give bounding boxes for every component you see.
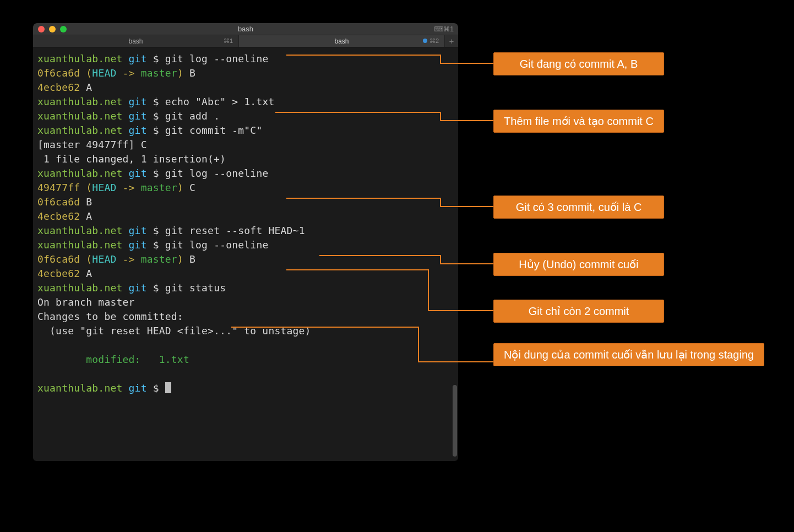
terminal-line: 0f6ca6d (HEAD -> master) B — [35, 66, 455, 80]
terminal-line: xuanthulab.net git $ git commit -m"C" — [35, 123, 455, 138]
window-shortcut-hint: ⌨⌘1 — [434, 25, 454, 33]
minimize-icon[interactable] — [49, 26, 56, 32]
terminal-line: 49477ff (HEAD -> master) C — [35, 181, 455, 195]
terminal-line: 0f6ca6d (HEAD -> master) B — [35, 252, 455, 267]
scrollbar[interactable] — [453, 52, 457, 457]
callout-4: Hủy (Undo) commit cuối — [493, 253, 664, 276]
terminal-line — [35, 367, 455, 381]
terminal-line: xuanthulab.net git $ git reset --soft HE… — [35, 224, 455, 238]
terminal-line: xuanthulab.net git $ git status — [35, 281, 455, 295]
terminal-line: xuanthulab.net git $ git add . — [35, 109, 455, 123]
terminal-body[interactable]: xuanthulab.net git $ git log --oneline0f… — [33, 47, 458, 461]
terminal-line: (use "git reset HEAD <file>..." to unsta… — [35, 324, 455, 338]
terminal-line: 1 file changed, 1 insertion(+) — [35, 152, 455, 166]
terminal-line: xuanthulab.net git $ — [35, 381, 455, 395]
callout-2: Thêm file mới và tạo commit C — [493, 110, 664, 133]
maximize-icon[interactable] — [60, 26, 67, 32]
terminal-line: xuanthulab.net git $ echo "Abc" > 1.txt — [35, 95, 455, 109]
callout-3: Git có 3 commit, cuối là C — [493, 196, 664, 219]
terminal-line: 4ecbe62 A — [35, 209, 455, 224]
titlebar: bash ⌨⌘1 — [33, 23, 458, 35]
tab-bash-2[interactable]: bash ⌘2 — [239, 35, 445, 47]
callout-5: Git chỉ còn 2 commit — [493, 300, 664, 323]
terminal-line: 4ecbe62 A — [35, 80, 455, 95]
window-title: bash — [33, 25, 458, 33]
tab-shortcut: ⌘2 — [423, 37, 439, 45]
terminal-line: On branch master — [35, 295, 455, 310]
tab-bar: bash ⌘1 bash ⌘2 + — [33, 35, 458, 47]
terminal-line: 0f6ca6d B — [35, 195, 455, 209]
tab-bash-1[interactable]: bash ⌘1 — [33, 35, 239, 47]
terminal-line: [master 49477ff] C — [35, 138, 455, 152]
terminal-line: xuanthulab.net git $ git log --oneline — [35, 52, 455, 66]
tab-shortcut: ⌘1 — [224, 37, 233, 45]
terminal-line: 4ecbe62 A — [35, 267, 455, 281]
terminal-window: bash ⌨⌘1 bash ⌘1 bash ⌘2 + xuanthulab.ne… — [33, 23, 458, 461]
scrollbar-thumb[interactable] — [453, 385, 457, 457]
callout-6: Nội dung của commit cuối vẫn lưu lại tro… — [493, 343, 764, 366]
close-icon[interactable] — [38, 26, 45, 32]
callout-1: Git đang có commit A, B — [493, 52, 664, 75]
tab-label: bash — [128, 37, 143, 45]
terminal-line: xuanthulab.net git $ git log --oneline — [35, 166, 455, 181]
terminal-line: xuanthulab.net git $ git log --oneline — [35, 238, 455, 252]
traffic-lights — [38, 26, 67, 32]
cursor-icon — [165, 382, 171, 393]
tab-label: bash — [334, 37, 349, 45]
terminal-line: modified: 1.txt — [35, 352, 455, 367]
new-tab-button[interactable]: + — [445, 35, 458, 47]
dirty-indicator-icon — [423, 39, 427, 43]
terminal-line — [35, 338, 455, 352]
terminal-line: Changes to be committed: — [35, 310, 455, 324]
